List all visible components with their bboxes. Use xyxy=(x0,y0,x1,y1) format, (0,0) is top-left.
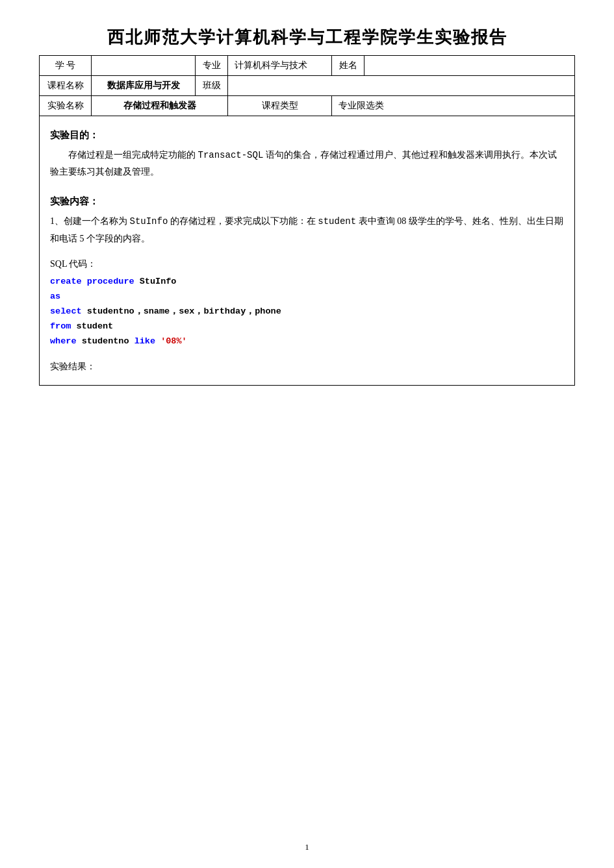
value-xingming xyxy=(365,56,575,76)
spacer2 xyxy=(50,247,564,256)
page-number: 1 xyxy=(305,842,309,852)
value-shiyanmingcheng: 存储过程和触发器 xyxy=(92,96,228,116)
label-xingming: 姓名 xyxy=(332,56,365,76)
content-box: 实验目的： 存储过程是一组完成特定功能的 Transact-SQL 语句的集合，… xyxy=(39,116,575,386)
code-line-1: create procedure StuInfo xyxy=(50,275,564,290)
kw-select: select xyxy=(50,306,82,316)
table-row-3: 实验名称 存储过程和触发器 课程类型 专业限选类 xyxy=(40,96,575,116)
code-line-3: select studentno，sname，sex，birthday，phon… xyxy=(50,304,564,319)
task1-text: 1、创建一个名称为 StuInfo 的存储过程，要求完成以下功能：在 stude… xyxy=(50,213,564,246)
kw-like-val: '08%' xyxy=(160,336,187,346)
spacer1 xyxy=(50,180,564,189)
code-line-2: as xyxy=(50,290,564,304)
kw-from-student: student xyxy=(77,321,114,331)
table-row-1: 学 号 专业 计算机科学与技术 姓名 xyxy=(40,56,575,76)
section1-title: 实验目的： xyxy=(50,129,564,142)
page-title: 西北师范大学计算机科学与工程学院学生实验报告 xyxy=(39,26,575,49)
label-kechengleixing: 课程类型 xyxy=(228,96,332,116)
kw-stuinfo: StuInfo xyxy=(140,277,177,286)
inline-student: student xyxy=(318,216,356,227)
code-line-4: from student xyxy=(50,319,564,334)
label-shiyanmingcheng: 实验名称 xyxy=(40,96,92,116)
code-line-5: where studentno like '08%' xyxy=(50,334,564,349)
kw-from: from xyxy=(50,321,71,331)
value-kechengleixing: 专业限选类 xyxy=(332,96,575,116)
page: 西北师范大学计算机科学与工程学院学生实验报告 学 号 专业 计算机科学与技术 姓… xyxy=(0,0,614,868)
kw-where: where xyxy=(50,336,77,346)
value-xuehao xyxy=(92,56,196,76)
section1-text: 存储过程是一组完成特定功能的 Transact-SQL 语句的集合，存储过程通过… xyxy=(50,147,564,180)
label-kechengmingcheng: 课程名称 xyxy=(40,76,92,96)
spacer3 xyxy=(50,349,564,358)
kw-create: create procedure xyxy=(50,277,134,286)
kw-like: like xyxy=(134,336,155,346)
value-banji xyxy=(228,76,575,96)
kw-as: as xyxy=(50,291,60,301)
kw-where-cond: studentno xyxy=(82,336,134,346)
result-label: 实验结果： xyxy=(50,358,564,375)
value-kechengmingcheng: 数据库应用与开发 xyxy=(92,76,196,96)
inline-stuinfo: StuInfo xyxy=(130,216,168,227)
label-banji: 班级 xyxy=(196,76,228,96)
section2-title: 实验内容： xyxy=(50,195,564,208)
code-block: create procedure StuInfo as select stude… xyxy=(50,275,564,349)
label-xuehao: 学 号 xyxy=(40,56,92,76)
table-row-2: 课程名称 数据库应用与开发 班级 xyxy=(40,76,575,96)
inline-code-tsql: Transact-SQL xyxy=(198,150,264,160)
label-zhuanye: 专业 xyxy=(196,56,228,76)
sql-label: SQL 代码： xyxy=(50,256,564,272)
kw-fields: studentno，sname，sex，birthday，phone xyxy=(87,306,281,316)
value-zhuanye: 计算机科学与技术 xyxy=(228,56,332,76)
info-table: 学 号 专业 计算机科学与技术 姓名 课程名称 xyxy=(39,55,575,116)
